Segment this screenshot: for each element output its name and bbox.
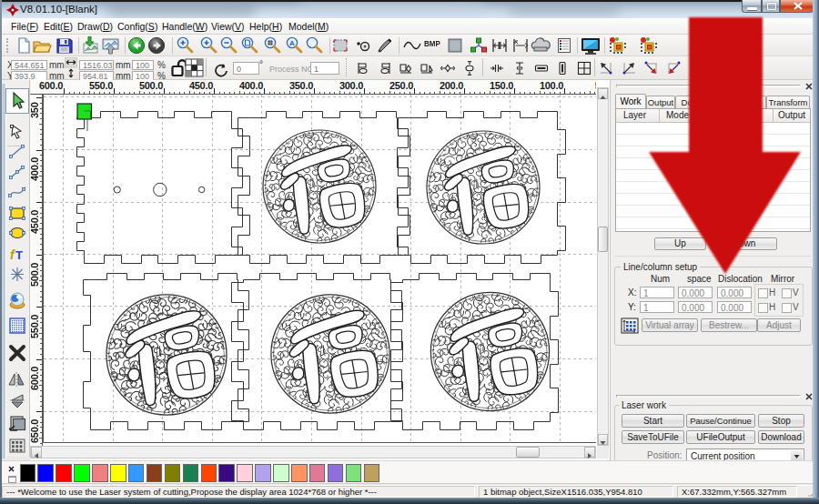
- svg-text:T: T: [15, 248, 23, 262]
- svg-text:A: A: [289, 39, 295, 47]
